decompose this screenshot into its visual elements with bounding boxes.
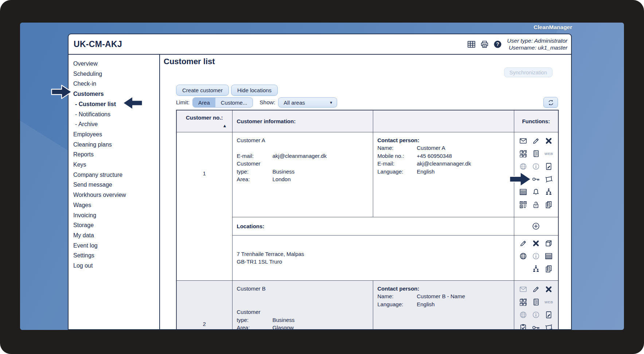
username: Username: uk1_master: [507, 44, 567, 51]
brand-logo: CleanManager: [534, 24, 572, 31]
delete-icon[interactable]: [544, 285, 554, 294]
copies-icon[interactable]: [544, 201, 554, 209]
page-title: UK-CM-AKJ: [74, 39, 122, 49]
info-icon[interactable]: [531, 252, 541, 261]
bell-icon[interactable]: [531, 188, 541, 197]
column-header-customer-no[interactable]: Customer no.: ▲: [176, 110, 232, 132]
sidebar-item-log-out[interactable]: Log out: [73, 261, 159, 271]
web-icon[interactable]: WEB: [544, 298, 554, 307]
sidebar-item-event-log[interactable]: Event log: [73, 241, 159, 251]
mail-icon[interactable]: [519, 137, 528, 145]
edit-icon[interactable]: [531, 285, 541, 294]
field-value: [273, 308, 368, 316]
chevron-down-icon: ▼: [329, 101, 333, 105]
sidebar-item-invoicing[interactable]: Invoicing: [73, 210, 159, 221]
sidebar-item-scheduling[interactable]: Scheduling: [73, 69, 159, 79]
sidebar-item-customers[interactable]: Customers: [73, 89, 159, 99]
show-label: Show:: [259, 99, 275, 106]
delete-icon[interactable]: [531, 239, 541, 248]
table-icon[interactable]: [467, 39, 476, 49]
field-value: London: [273, 175, 368, 183]
field-value: +45 60950348: [417, 152, 510, 160]
globe-icon[interactable]: [519, 162, 528, 171]
sidebar-item-check-in[interactable]: Check-in: [73, 79, 159, 89]
web-icon[interactable]: WEB: [544, 149, 554, 158]
hide-locations-button[interactable]: Hide locations: [231, 85, 278, 96]
copies-icon[interactable]: [544, 265, 554, 273]
section-title: Customer list: [164, 57, 571, 66]
cubes-icon[interactable]: [519, 149, 528, 158]
sidebar-item-archive[interactable]: - Archive: [73, 119, 159, 129]
globe-icon[interactable]: [519, 311, 528, 319]
sort-asc-icon[interactable]: ▲: [177, 123, 232, 128]
field-label: Area:: [237, 175, 273, 183]
field-value: Business: [273, 316, 368, 324]
refresh-icon[interactable]: [546, 98, 555, 107]
limit-label: Limit:: [176, 99, 190, 106]
limit-option-customer[interactable]: Custome...: [215, 98, 253, 107]
grid-icon[interactable]: [519, 188, 528, 197]
sidebar-nav: OverviewSchedulingCheck-inCustomers- Cus…: [69, 55, 159, 329]
key-icon[interactable]: [531, 323, 541, 330]
field-value: English: [417, 168, 510, 176]
annotation-arrow-customers: [51, 83, 72, 101]
pinboard-icon[interactable]: [544, 323, 554, 330]
grid-icon[interactable]: [544, 252, 554, 261]
edit-icon[interactable]: [531, 137, 541, 145]
sidebar-item-storage[interactable]: Storage: [73, 220, 159, 230]
sidebar-item-company-structure[interactable]: Company structure: [73, 170, 159, 180]
info-icon[interactable]: [531, 162, 541, 171]
clipboard-check-icon[interactable]: [519, 323, 528, 330]
sidebar-item-cleaning-plans[interactable]: Cleaning plans: [73, 140, 159, 150]
svg-text:?: ?: [496, 41, 500, 47]
help-icon[interactable]: ?: [493, 39, 503, 49]
synchronization-button[interactable]: Synchronization: [504, 67, 553, 77]
locations-header-cell: Locations:: [232, 217, 514, 235]
box-icon[interactable]: [544, 239, 554, 248]
sidebar-item-my-data[interactable]: My data: [73, 230, 159, 241]
refresh-button[interactable]: [543, 97, 558, 108]
sidebar-item-wages[interactable]: Wages: [73, 200, 159, 210]
mail-icon[interactable]: [519, 285, 528, 294]
create-customer-button[interactable]: Create customer: [176, 85, 229, 96]
field-value: Business: [273, 168, 368, 176]
column-header-functions: Functions:: [514, 110, 558, 132]
contact-person-cell: Contact person: Name:Customer B - NameLa…: [373, 280, 514, 330]
key-icon[interactable]: [531, 175, 541, 184]
printer-icon[interactable]: [480, 39, 489, 49]
journal-icon[interactable]: [531, 149, 541, 158]
sidebar-item-send-message[interactable]: Send message: [73, 180, 159, 190]
sidebar-item-employees[interactable]: Employees: [73, 129, 159, 140]
globe-icon[interactable]: [519, 252, 528, 261]
delete-icon[interactable]: [544, 137, 554, 145]
add-location-cell: [514, 217, 558, 235]
plus-circle-icon[interactable]: [531, 222, 541, 230]
note-edit-icon[interactable]: [544, 162, 554, 171]
field-value: [273, 300, 368, 308]
device-frame: CleanManager UK-CM-AKJ ? User type: Admi…: [0, 0, 644, 354]
info-icon[interactable]: [531, 311, 541, 319]
sidebar-item-reports[interactable]: Reports: [73, 149, 159, 160]
show-areas-select[interactable]: All areas ▼: [278, 97, 337, 108]
column-header-customer-info: Customer information:: [232, 110, 373, 132]
desktop-background: CleanManager UK-CM-AKJ ? User type: Admi…: [20, 23, 624, 330]
padlock-open-icon[interactable]: [531, 201, 541, 209]
people-icon[interactable]: [544, 188, 554, 197]
field-label: Mobile no.:: [378, 152, 417, 160]
cubes-icon[interactable]: [519, 298, 528, 307]
sidebar-item-overview[interactable]: Overview: [73, 59, 159, 69]
note-edit-icon[interactable]: [544, 311, 554, 319]
journal-icon[interactable]: [531, 298, 541, 307]
sidebar-item-keys[interactable]: Keys: [73, 160, 159, 170]
people-org-icon[interactable]: [531, 265, 541, 273]
edit-icon[interactable]: [519, 239, 528, 248]
sidebar-item-customer-list[interactable]: - Customer list: [73, 99, 159, 109]
sidebar-item-workhours-overview[interactable]: Workhours overview: [73, 190, 159, 200]
field-value: Glasgow: [273, 324, 368, 330]
sidebar-item-settings[interactable]: Settings: [73, 250, 159, 261]
pinboard-icon[interactable]: [544, 175, 554, 184]
limit-option-area[interactable]: Area: [193, 98, 215, 107]
qr-icon[interactable]: [519, 201, 528, 209]
field-label: Language:: [378, 300, 417, 308]
sidebar-item-notifications[interactable]: - Notifications: [73, 109, 159, 120]
